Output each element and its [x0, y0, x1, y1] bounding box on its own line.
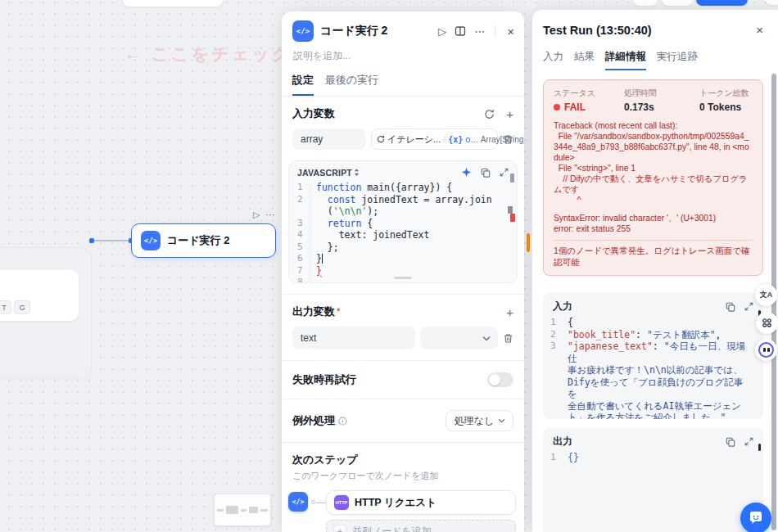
output-vars-label: 出力変数	[292, 304, 335, 319]
copy-icon[interactable]	[726, 437, 735, 447]
tab-detail[interactable]: 詳細情報	[605, 50, 646, 70]
translate-button[interactable]: 文A	[755, 284, 777, 306]
status-error-card: ステータス 処理時間 トークン総数 FAIL 0.173s 0 Tokens T…	[543, 79, 763, 276]
connector-dot	[311, 500, 315, 504]
http-icon: HTTP	[334, 495, 349, 510]
assistant-face-icon	[758, 342, 774, 358]
expand-icon[interactable]	[744, 302, 753, 311]
chat-bubble-icon	[748, 510, 764, 526]
more-icon[interactable]: ⋯	[474, 25, 485, 38]
code-node-icon: </>	[292, 20, 314, 42]
retry-toggle[interactable]	[487, 372, 513, 387]
next-step-hint: このワークフローで次ノードを追加	[282, 467, 524, 482]
input-var-row: array イテレーシ... / {x} o... Array[String]	[282, 121, 524, 150]
close-icon[interactable]: ×	[756, 23, 763, 37]
assistant-button[interactable]	[755, 339, 777, 361]
code-content[interactable]: 1function main({array}) {2 const joinedT…	[289, 180, 517, 283]
output-var-type-select[interactable]	[420, 327, 498, 349]
tab-input[interactable]: 入力	[543, 50, 563, 70]
status-badge: FAIL	[554, 101, 624, 113]
info-icon	[338, 417, 347, 426]
ai-sparkle-icon[interactable]	[461, 167, 472, 178]
apps-button[interactable]	[756, 312, 778, 334]
split-view-icon[interactable]	[455, 25, 466, 37]
exception-select[interactable]: 処理なし	[446, 410, 513, 431]
model-chip: G	[14, 300, 30, 314]
var-name-input[interactable]: array	[292, 128, 366, 150]
node-more-icon[interactable]: ⋯	[265, 210, 274, 220]
scroll-thumb[interactable]	[758, 444, 761, 451]
code-node-icon: </>	[141, 231, 161, 250]
trash-icon[interactable]	[503, 333, 513, 344]
add-icon[interactable]: +	[506, 107, 513, 121]
exception-label: 例外処理	[292, 413, 335, 428]
scroll-thumb[interactable]	[510, 174, 514, 183]
toolbar-button-partial[interactable]	[633, 0, 658, 6]
scroll-warning-marker[interactable]	[527, 233, 530, 252]
tab-last-run[interactable]: 最後の実行	[325, 73, 378, 96]
tokens-header: トークン総数	[699, 88, 753, 99]
tokens-value: 0 Tokens	[699, 101, 753, 113]
panel-title: コード実行 2	[320, 24, 430, 38]
expand-icon[interactable]	[500, 168, 509, 177]
required-mark: *	[337, 306, 341, 318]
copy-icon[interactable]	[481, 168, 491, 178]
node-play-icon[interactable]: ▷	[253, 210, 260, 220]
add-icon[interactable]: +	[506, 305, 513, 319]
apps-grid-icon	[762, 318, 772, 328]
output-json-content[interactable]: 1{}	[543, 452, 763, 464]
test-run-panel: Test Run (13:50:40) × 入力 結果 詳細情報 実行追跡 ステ…	[532, 10, 778, 532]
plus-icon: +	[333, 525, 346, 532]
slash: /	[443, 134, 446, 144]
partial-node[interactable]	[123, 0, 223, 7]
trash-icon[interactable]	[503, 134, 513, 145]
add-parallel-node-button[interactable]: + 並列ノードを追加	[326, 520, 516, 532]
status-header: ステータス	[554, 88, 624, 99]
close-icon[interactable]: ×	[507, 25, 514, 38]
canvas-node-code-exec[interactable]: </> コード実行 2	[131, 223, 276, 258]
run-node-icon[interactable]: ▷	[438, 25, 446, 38]
chat-button[interactable]	[740, 503, 771, 532]
refresh-icon[interactable]	[484, 109, 495, 119]
iteration-child-node[interactable]	[0, 270, 79, 321]
input-json-content[interactable]: 1{2"book_title": "テスト翻訳本",3"japanese_tex…	[543, 317, 763, 419]
chevron-down-icon	[482, 336, 491, 341]
input-vars-label: 入力変数	[292, 106, 335, 121]
iteration-icon	[377, 135, 385, 143]
toolbar-button-partial[interactable]	[662, 0, 693, 6]
publish-button-partial[interactable]	[696, 0, 748, 6]
canvas-node-title: コード実行 2	[167, 233, 229, 248]
error-marker	[510, 214, 515, 222]
edge-source-handle[interactable]	[89, 238, 94, 243]
language-select[interactable]: JAVASCRIPT	[297, 168, 360, 178]
minimap-node	[217, 509, 224, 512]
output-json-card: 出力 1{}	[543, 428, 763, 532]
expand-icon[interactable]	[744, 437, 753, 446]
var-name: o...	[465, 134, 477, 144]
tab-tracing[interactable]: 実行追跡	[657, 50, 698, 70]
copy-icon[interactable]	[726, 302, 735, 312]
var-selector[interactable]: イテレーシ... / {x} o... Array[String]	[371, 128, 498, 150]
canvas-annotation: ← ここをチェック	[124, 43, 292, 65]
chevron-down-icon	[498, 418, 505, 423]
resize-handle[interactable]	[394, 277, 412, 279]
next-step-label: 次のステップ	[292, 453, 358, 467]
input-json-card: 入力 1{2"book_title": "テスト翻訳本",3"japanese_…	[543, 293, 763, 419]
output-var-name-input[interactable]: text	[292, 327, 415, 349]
minimap[interactable]	[215, 494, 270, 525]
tab-result[interactable]: 結果	[574, 50, 595, 70]
node-config-panel: </> コード実行 2 ▷ ⋯ × 説明を追加... 設定 最後の実行 入力変数…	[282, 11, 524, 532]
next-node-http-request[interactable]: HTTP HTTP リクエスト	[326, 490, 516, 515]
tab-settings[interactable]: 設定	[292, 73, 314, 96]
description-input[interactable]: 説明を追加...	[282, 42, 524, 63]
error-summary: 1個のノードで異常発生。ログはトレース画面で確認可能	[554, 246, 753, 268]
variable-icon: {x}	[448, 135, 463, 144]
output-section-label: 出力	[553, 435, 726, 449]
code-editor[interactable]: JAVASCRIPT 1function main({array}) {2 co…	[288, 160, 518, 283]
elapsed-value: 0.173s	[624, 101, 699, 113]
traceback-text: Traceback (most recent call last): File …	[554, 120, 753, 234]
elapsed-header: 処理時間	[624, 88, 699, 99]
model-chip: T	[0, 300, 11, 314]
result-tabs: 入力 結果 詳細情報 実行追跡	[543, 50, 763, 70]
panel-tabs: 設定 最後の実行	[282, 63, 524, 97]
